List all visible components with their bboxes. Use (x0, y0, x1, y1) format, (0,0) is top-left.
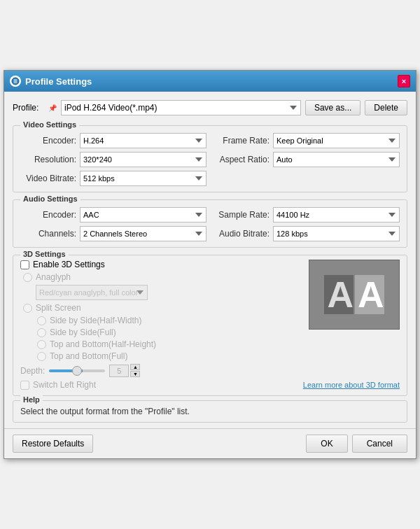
side-by-side-half-radio[interactable] (37, 316, 46, 325)
audio-bitrate-label: Audio Bitrate: (214, 229, 270, 239)
learn-more-row: Learn more about 3D format (303, 379, 400, 390)
cancel-button[interactable]: Cancel (352, 435, 407, 453)
help-text: Select the output format from the "Profi… (20, 407, 400, 416)
audio-settings-title: Audio Settings (20, 195, 80, 203)
aspect-ratio-select[interactable]: Auto (273, 152, 400, 167)
depth-increment-button[interactable]: ▲ (130, 364, 140, 370)
audio-settings-section: Audio Settings Encoder: AAC Sample Rate:… (13, 199, 407, 248)
audio-encoder-select[interactable]: AAC (80, 207, 206, 223)
profile-row: Profile: 📌 iPod H.264 Video(*.mp4) Save … (13, 97, 407, 118)
anaglyph-label: Anaglyph (36, 272, 71, 282)
audio-encoder-label: Encoder: (20, 210, 76, 220)
top-bottom-half-label: Top and Bottom(Half-Height) (50, 339, 156, 349)
resolution-label: Resolution: (20, 155, 76, 164)
dialog-title: Profile Settings (25, 76, 92, 87)
bottom-bar: Restore Defaults OK Cancel (4, 428, 416, 458)
dialog-window: Profile Settings × Profile: 📌 iPod H.264… (4, 70, 416, 459)
help-title: Help (20, 395, 43, 404)
split-screen-label: Split Screen (36, 303, 81, 313)
sample-rate-label: Sample Rate: (214, 210, 270, 220)
channels-row: Channels: 2 Channels Stereo (20, 226, 206, 241)
aa-text: A A (324, 275, 384, 314)
profile-label: Profile: (13, 103, 44, 113)
video-settings-section: Video Settings Encoder: H.264 Frame Rate… (13, 125, 407, 192)
anaglyph-row: Anaglyph (20, 272, 296, 282)
profile-pin-icon: 📌 (48, 104, 57, 112)
side-by-side-half-label: Side by Side(Half-Width) (50, 316, 141, 325)
depth-spin-buttons: ▲ ▼ (130, 364, 140, 377)
resolution-row: Resolution: 320*240 (20, 152, 206, 167)
channels-select[interactable]: 2 Channels Stereo (80, 226, 206, 241)
3d-layout: Enable 3D Settings Anaglyph Red/cyan ana… (20, 260, 400, 390)
frame-rate-label: Frame Rate: (214, 136, 270, 146)
top-bottom-half-radio[interactable] (37, 340, 46, 349)
video-bitrate-label: Video Bitrate: (20, 174, 76, 183)
3d-settings-title: 3D Settings (20, 250, 69, 258)
3d-controls: Enable 3D Settings Anaglyph Red/cyan ana… (20, 260, 296, 390)
top-bottom-full-label: Top and Bottom(Full) (50, 351, 127, 361)
learn-more-link[interactable]: Learn more about 3D format (303, 381, 400, 389)
help-section: Help Select the output format from the "… (13, 400, 407, 423)
video-bitrate-select[interactable]: 512 kbps (80, 171, 206, 186)
audio-bitrate-row: Audio Bitrate: 128 kbps (214, 226, 400, 241)
resolution-select[interactable]: 320*240 (80, 152, 206, 167)
ok-button[interactable]: OK (306, 435, 347, 453)
audio-settings-grid: Encoder: AAC Sample Rate: 44100 Hz Chann… (20, 207, 400, 241)
aa-preview: A A (309, 260, 400, 330)
title-bar-left: Profile Settings (10, 76, 92, 87)
frame-rate-row: Frame Rate: Keep Original (214, 133, 400, 148)
channels-label: Channels: (20, 229, 76, 239)
switch-left-right-row: Switch Left Right (20, 380, 296, 390)
sample-rate-select[interactable]: 44100 Hz (273, 207, 400, 223)
split-screen-sub: Side by Side(Half-Width) Side by Side(Fu… (20, 316, 296, 361)
top-bottom-full-row: Top and Bottom(Full) (34, 351, 296, 361)
anaglyph-radio[interactable] (23, 273, 32, 282)
depth-decrement-button[interactable]: ▼ (130, 371, 140, 377)
encoder-label: Encoder: (20, 136, 76, 146)
encoder-row: Encoder: H.264 (20, 133, 206, 148)
depth-spinbox: ▲ ▼ (109, 364, 140, 377)
aa-right: A (355, 275, 384, 314)
side-by-side-full-label: Side by Side(Full) (50, 327, 116, 337)
aspect-ratio-label: Aspect Ratio: (214, 155, 270, 164)
anaglyph-select[interactable]: Red/cyan anaglyph, full color (36, 285, 148, 300)
dialog-content: Profile: 📌 iPod H.264 Video(*.mp4) Save … (4, 92, 416, 428)
restore-defaults-button[interactable]: Restore Defaults (13, 435, 93, 453)
top-bottom-full-radio[interactable] (37, 352, 46, 361)
depth-row: Depth: ▲ ▼ (20, 364, 296, 377)
switch-left-right-label: Switch Left Right (33, 380, 96, 390)
save-as-button[interactable]: Save as... (305, 100, 360, 115)
enable-3d-row: Enable 3D Settings (20, 260, 296, 269)
side-by-side-half-row: Side by Side(Half-Width) (34, 316, 296, 325)
aa-left: A (324, 275, 354, 314)
depth-label: Depth: (20, 366, 45, 376)
split-screen-row: Split Screen (20, 303, 296, 313)
audio-encoder-row: Encoder: AAC (20, 207, 206, 223)
encoder-select[interactable]: H.264 (80, 133, 206, 148)
preview-column: A A Learn more about 3D format (303, 260, 400, 390)
anaglyph-select-row: Red/cyan anaglyph, full color (20, 285, 296, 300)
top-bottom-half-row: Top and Bottom(Half-Height) (34, 339, 296, 349)
audio-bitrate-select[interactable]: 128 kbps (273, 226, 400, 241)
frame-rate-select[interactable]: Keep Original (273, 133, 400, 148)
sample-rate-row: Sample Rate: 44100 Hz (214, 207, 400, 223)
depth-value-input[interactable] (109, 365, 129, 377)
switch-left-right-checkbox[interactable] (20, 381, 29, 390)
title-bar: Profile Settings × (4, 71, 416, 92)
video-bitrate-row: Video Bitrate: 512 kbps (20, 171, 206, 186)
enable-3d-checkbox[interactable] (20, 260, 29, 269)
video-settings-grid: Encoder: H.264 Frame Rate: Keep Original… (20, 133, 400, 186)
app-icon (10, 76, 21, 87)
side-by-side-full-row: Side by Side(Full) (34, 327, 296, 337)
delete-button[interactable]: Delete (365, 100, 407, 115)
bottom-right: OK Cancel (306, 435, 407, 453)
split-screen-radio[interactable] (23, 304, 32, 313)
video-settings-title: Video Settings (20, 120, 79, 129)
3d-settings-section: 3D Settings Enable 3D Settings Anaglyph (13, 255, 407, 396)
video-settings-empty (214, 171, 400, 186)
side-by-side-full-radio[interactable] (37, 328, 46, 337)
close-button[interactable]: × (398, 75, 410, 87)
depth-slider[interactable] (49, 369, 105, 372)
profile-select[interactable]: iPod H.264 Video(*.mp4) (61, 100, 301, 115)
enable-3d-label: Enable 3D Settings (33, 260, 105, 269)
